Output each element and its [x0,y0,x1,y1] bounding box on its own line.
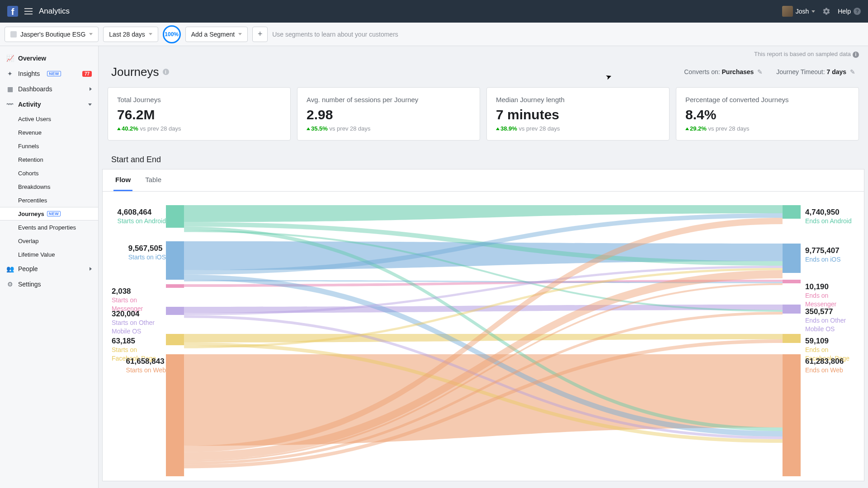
new-pill: NEW [47,71,61,76]
sidebar-item-breakdowns[interactable]: Breakdowns [0,180,98,193]
pencil-icon: ✎ [850,68,855,75]
end-node-fbp [783,334,801,343]
sidebar-item-events[interactable]: Events and Properties [0,221,98,234]
add-button[interactable]: + [252,27,268,42]
facebook-logo-icon[interactable]: f [7,6,18,17]
help-button[interactable]: Help ? [838,8,861,15]
section-title: Start and End [99,144,868,169]
app-header: f Analytics Josh Help ? [0,0,868,23]
metric-cards: Total Journeys 76.2M 40.2% vs prev 28 da… [99,84,868,144]
sidebar-item-people[interactable]: 👥 People [0,261,98,277]
sidebar-item-retention[interactable]: Retention [0,153,98,166]
help-label: Help [838,8,851,15]
app-title: Analytics [39,7,70,16]
help-icon: ? [854,8,861,15]
toolbar-hint: Use segments to learn about your custome… [272,31,398,38]
activity-icon: 〰 [6,101,14,108]
sidebar-item-funnels[interactable]: Funnels [0,139,98,153]
sidebar-item-overlap[interactable]: Overlap [0,234,98,248]
end-label-other: 350,577Ends on Other Mobile OS [805,307,855,333]
sidebar: 📈 Overview ✦ Insights NEW 77 ▦ Dashboard… [0,46,99,488]
grid-icon: ▦ [6,85,14,93]
end-label-android: 4,740,950Ends on Android [805,207,852,225]
sidebar-item-activity[interactable]: 〰 Activity [0,97,98,112]
gear-icon: ⚙ [6,281,14,288]
pencil-icon: ✎ [757,68,763,75]
insights-count-badge: 77 [82,71,92,77]
card-total-journeys[interactable]: Total Journeys 76.2M 40.2% vs prev 28 da… [108,87,291,141]
sankey-panel: Flow Table 4,608,464Starts on Android9,5… [102,169,864,481]
end-node-android [783,205,801,219]
sidebar-item-overview[interactable]: 📈 Overview [0,51,98,66]
people-icon: 👥 [6,265,14,272]
add-segment-label: Add a Segment [191,31,235,38]
bulb-icon: ✦ [6,70,14,77]
tab-table[interactable]: Table [143,169,163,191]
start-node-msg [166,284,184,288]
sankey-end-labels: 4,740,950Ends on Android9,775,407Ends on… [801,205,855,467]
end-node-ios [783,244,801,273]
sankey-start-labels: 4,608,464Starts on Android9,567,505Start… [112,205,166,467]
info-icon[interactable]: i [853,52,859,58]
end-label-ios: 9,775,407Ends on iOS [805,246,841,264]
user-name: Josh [796,8,809,15]
tab-flow[interactable]: Flow [113,169,132,191]
sidebar-item-percentiles[interactable]: Percentiles [0,193,98,207]
source-label: Jasper's Boutique ESG [20,31,85,38]
chevron-down-icon [88,103,92,106]
main-content: ➤ This report is based on sampled datai … [99,46,868,488]
add-segment-button[interactable]: Add a Segment [185,27,248,42]
chevron-down-icon [811,10,815,13]
start-label-android: 4,608,464Starts on Android [118,207,166,225]
date-range-label: Last 28 days [109,31,145,38]
sidebar-item-journeys[interactable]: Journeys NEW [0,207,98,221]
chevron-right-icon [90,87,92,91]
info-icon[interactable]: i [163,69,169,75]
start-node-android [166,205,184,228]
sidebar-item-revenue[interactable]: Revenue [0,126,98,139]
source-picker[interactable]: Jasper's Boutique ESG [5,27,99,42]
end-label-web: 61,283,806Ends on Web [805,357,844,375]
sidebar-item-settings[interactable]: ⚙ Settings [0,277,98,292]
sidebar-item-dashboards[interactable]: ▦ Dashboards [0,81,98,97]
card-median-length[interactable]: Median Journey length 7 minutes 38.9% vs… [486,87,670,141]
view-tabs: Flow Table [103,169,864,192]
start-label-web: 61,658,843Starts on Web [126,357,166,375]
hamburger-icon[interactable] [24,8,33,14]
chevron-right-icon [90,267,92,271]
gear-icon[interactable] [822,7,830,15]
end-label-msg: 10,190Ends on Messenger [805,282,855,309]
end-node-web [783,354,801,476]
page-title: Journeysi [111,65,169,79]
start-node-other [166,307,184,315]
start-label-other: 320,004Starts on Other Mobile OS [112,309,166,336]
start-node-ios [166,241,184,280]
sankey-chart [166,205,801,476]
end-node-other [783,305,801,314]
sidebar-item-lifetime-value[interactable]: Lifetime Value [0,248,98,261]
source-icon [10,31,17,38]
end-node-msg [783,280,801,283]
sampled-notice: This report is based on sampled datai [99,46,868,58]
card-converted-pct[interactable]: Percentage of converted Journeys 8.4% 29… [676,87,859,141]
date-range-picker[interactable]: Last 28 days [103,27,158,42]
chart-icon: 📈 [6,55,14,62]
card-avg-sessions[interactable]: Avg. number of sessions per Journey 2.98… [297,87,480,141]
sidebar-item-insights[interactable]: ✦ Insights NEW 77 [0,66,98,81]
avatar-icon [782,6,793,17]
sidebar-item-active-users[interactable]: Active Users [0,112,98,126]
toolbar: Jasper's Boutique ESG Last 28 days 100% … [0,23,868,46]
start-label-ios: 9,567,505Starts on iOS [128,244,166,262]
percent-badge[interactable]: 100% [163,25,181,43]
converts-on[interactable]: Converts on: Purchases ✎ [684,68,763,75]
journey-timeout[interactable]: Journey Timeout: 7 days ✎ [776,68,855,75]
user-menu[interactable]: Josh [782,6,816,17]
chevron-down-icon [149,33,152,35]
start-node-fbp [166,334,184,345]
start-node-web [166,354,184,476]
new-pill: NEW [47,211,61,216]
sidebar-item-cohorts[interactable]: Cohorts [0,166,98,180]
chevron-down-icon [89,33,93,35]
chevron-down-icon [238,33,242,35]
